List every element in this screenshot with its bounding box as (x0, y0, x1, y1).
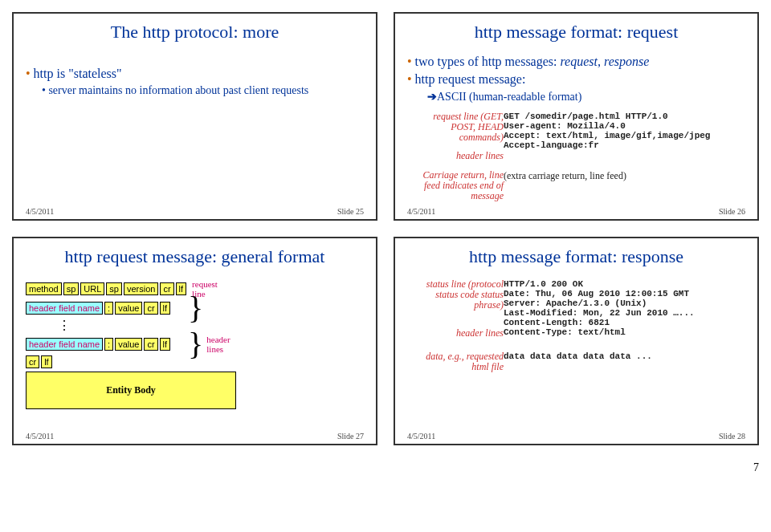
slide-title: http message format: response (407, 246, 745, 267)
box-colon: : (104, 302, 113, 315)
box-lf: lf (41, 355, 52, 368)
slide-date: 4/5/2011 (26, 432, 54, 441)
box-lf: lf (176, 282, 187, 295)
http-line: GET /somedir/page.html HTTP/1.0 (504, 112, 745, 121)
box-value: value (115, 338, 142, 351)
slide-27: http request message: general format met… (12, 237, 377, 445)
label-header-lines: header lines (206, 335, 239, 354)
http-line: Accept: text/html, image/gif,image/jpeg (504, 131, 745, 140)
slide-date: 4/5/2011 (407, 432, 435, 441)
slide-title: The http protocol: more (26, 22, 364, 43)
bullet: two types of http messages: request, res… (407, 55, 745, 69)
http-line: Content-Length: 6821 (504, 318, 745, 327)
label-status-line: status line (protocol status code status… (407, 279, 504, 311)
slide-title: http message format: request (407, 22, 745, 43)
box-url: URL (80, 282, 104, 295)
slide-number: Slide 28 (719, 432, 745, 441)
http-line: Server: Apache/1.3.0 (Unix) (504, 298, 745, 308)
box-entity-body: Entity Body (26, 372, 236, 409)
box-version: version (124, 282, 158, 295)
box-sp: sp (63, 282, 80, 295)
slide-26: http message format: request two types o… (394, 12, 759, 221)
box-method: method (26, 282, 62, 295)
slide-number: Slide 27 (337, 432, 364, 441)
label-crlf: Carriage return, line feed indicates end… (407, 170, 504, 202)
box-hfn: header field name (26, 302, 103, 315)
box-cr: cr (160, 282, 173, 295)
label-request-line: request line (GET, POST, HEAD commands) (407, 112, 504, 144)
box-cr: cr (144, 338, 157, 351)
http-line: Date: Thu, 06 Aug 2010 12:00:15 GMT (504, 289, 745, 298)
http-line: Last-Modified: Mon, 22 Jun 2010 …... (504, 308, 745, 318)
http-line: Accept-language:fr (504, 140, 745, 150)
brace-icon: } (188, 300, 203, 316)
slide-number: Slide 26 (719, 207, 745, 216)
box-cr: cr (144, 302, 157, 315)
slide-date: 4/5/2011 (407, 207, 435, 216)
slide-28: http message format: response status lin… (394, 237, 759, 445)
http-line: data data data data data ... (504, 351, 745, 361)
slide-number: Slide 25 (337, 207, 364, 216)
label-header-lines: header lines (407, 327, 504, 339)
http-line: HTTP/1.0 200 OK (504, 279, 745, 289)
label-header-lines: header lines (407, 150, 504, 162)
box-lf: lf (160, 338, 171, 351)
http-line: User-agent: Mozilla/4.0 (504, 121, 745, 131)
box-sp: sp (106, 282, 122, 295)
box-cr: cr (26, 355, 39, 368)
box-hfn: header field name (26, 338, 103, 351)
box-value: value (115, 302, 142, 315)
sub-bullet: server maintains no information about pa… (42, 84, 364, 97)
box-lf: lf (160, 302, 171, 315)
http-line: Content-Type: text/html (504, 327, 745, 337)
slide-title: http request message: general format (26, 246, 364, 267)
http-note: (extra carriage return, line feed) (504, 170, 745, 182)
bullet: http is "stateless" (26, 67, 364, 81)
bullet: http request message: (407, 72, 745, 87)
format-diagram: method sp URL sp version cr lf request l… (26, 279, 364, 409)
brace-icon: } (188, 336, 203, 352)
arrow-bullet: ASCII (human-readable format) (427, 90, 745, 104)
box-colon: : (104, 338, 113, 351)
label-data: data, e.g., requested html file (407, 351, 504, 372)
page-number: 7 (12, 461, 759, 474)
slide-25: The http protocol: more http is "statele… (12, 12, 377, 221)
slide-date: 4/5/2011 (26, 207, 54, 216)
